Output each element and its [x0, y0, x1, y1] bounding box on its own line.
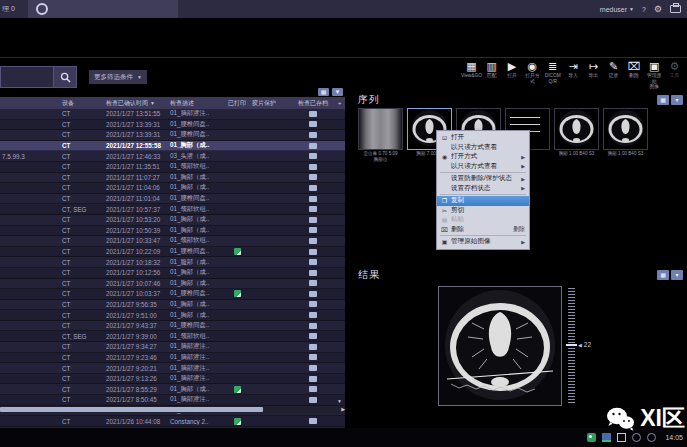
toolbar-button-open-with[interactable]: ◉打开方式 — [523, 60, 542, 90]
col-header-time[interactable]: 检查已确认时间 ▼ — [104, 99, 168, 108]
menu-item[interactable]: ▣管理原始图像▶ — [437, 237, 529, 247]
titlebar-partial-tab[interactable]: 理 0 — [2, 4, 28, 14]
cell-device: CT — [60, 227, 104, 234]
menu-item[interactable]: 以只读方式查看▶ — [437, 162, 529, 172]
table-row[interactable]: CT2021/1/27 13:51:5501_脑部灌注.. — [0, 109, 345, 120]
tray-app-icon[interactable] — [602, 433, 611, 442]
cell-device: CT — [60, 131, 104, 138]
col-header-film[interactable]: 胶片保护 — [250, 99, 290, 108]
toolbar-button-record[interactable]: ✎记录 — [604, 60, 623, 90]
cell-description: 01_腰椎间盘.. — [168, 194, 224, 203]
table-row[interactable]: CT2021/1/27 10:18:3201_腹部（成.. — [0, 257, 345, 268]
table-row[interactable]: CT2021/1/27 10:12:5601_胸部（成.. — [0, 268, 345, 279]
cell-confirm-time: 2021/1/27 8:55:29 — [104, 386, 168, 393]
table-row[interactable]: CT2021/1/27 11:07:2701_胸部（成.. — [0, 173, 345, 184]
tray-window-icon[interactable] — [617, 433, 626, 442]
col-header-printed[interactable]: 已打印 — [224, 99, 250, 108]
table-row[interactable]: CT2021/1/27 12:55:5801_胸部（成.. — [0, 141, 345, 152]
table-row[interactable]: CT2021/1/27 11:35:5101_颈部软组.. — [0, 162, 345, 173]
patient-search-tab[interactable] — [28, 0, 178, 18]
menu-item[interactable]: ◉打开方式▶ — [437, 152, 529, 162]
table-row[interactable]: CT2021/1/27 9:13:2601_脑部灌注.. — [0, 374, 345, 385]
table-row[interactable]: CT2021/1/27 9:56:3501_胸部（成.. — [0, 300, 345, 311]
series-thumbnail-1[interactable]: 定位像 0.70 5:09 胸部位 — [358, 108, 403, 163]
results-grid-button[interactable]: ▦ — [657, 270, 669, 280]
menu-item[interactable]: 设置存档状态▶ — [437, 184, 529, 194]
results-collapse-button[interactable]: ▾ — [671, 270, 683, 280]
table-hscrollbar-thumb[interactable] — [0, 407, 263, 412]
cell-archived — [290, 301, 336, 307]
menu-item[interactable]: ❐复制 — [437, 196, 529, 206]
table-row[interactable]: CT, SEG2021/1/27 10:57:3701_颈部软组.. — [0, 204, 345, 215]
table-row[interactable]: CT2021/1/27 10:53:2001_胸部（成.. — [0, 215, 345, 226]
table-row[interactable]: CT2021/1/27 8:50:4501_脑部灌注.. — [0, 395, 345, 406]
table-row[interactable]: CT2021/1/27 9:51:0001_胸部（成.. — [0, 310, 345, 321]
search-input[interactable] — [0, 66, 54, 88]
table-layout-icon[interactable]: ▦ — [318, 88, 329, 96]
table-row[interactable]: CT2021/1/27 9:23:4601_脑部灌注.. — [0, 353, 345, 364]
col-header-archived[interactable]: 检查已存档 — [290, 99, 336, 108]
series-thumbnail-6[interactable]: 胸部 1.00 B40 S3 — [603, 108, 648, 163]
menu-item[interactable]: 以只读方式查看 — [437, 143, 529, 153]
toolbar-button-manage-raw[interactable]: ▣管理原始 图像 — [645, 60, 664, 90]
series-thumbnail-5[interactable]: 胸部 1.00 B40 S3 — [554, 108, 599, 163]
col-header-device[interactable]: 设备 — [60, 99, 104, 108]
table-row[interactable]: CT2021/1/27 10:07:4601_胸部（成.. — [0, 279, 345, 290]
tray-status-icon-1[interactable] — [632, 433, 641, 442]
more-filters-button[interactable]: 更多筛选条件 ▼ — [89, 70, 147, 84]
toolbar-button-open[interactable]: ▶打开 — [503, 60, 522, 90]
table-row[interactable]: CT2021/1/27 9:34:2701_脑部灌注.. — [0, 342, 345, 353]
table-scroll-down-icon[interactable]: ▼ — [337, 398, 342, 404]
table-row[interactable]: CT2021/1/27 11:01:0401_腰椎间盘.. — [0, 194, 345, 205]
toolbar-label: 导出 — [588, 73, 598, 79]
tray-wechat-icon[interactable] — [587, 433, 596, 442]
series-collapse-button[interactable]: ▾ — [671, 95, 683, 105]
col-header-desc[interactable]: 检查描述 — [168, 99, 224, 108]
table-scroll-right-icon[interactable]: ▶ — [341, 406, 345, 413]
slice-slider-thumb[interactable] — [566, 344, 577, 346]
toolbar-button-delete[interactable]: ⌧删除 — [624, 60, 643, 90]
menu-item[interactable]: ▤粘贴 — [437, 215, 529, 225]
table-row[interactable]: CT2021/1/27 8:55:2901_胸部（成.. — [0, 384, 345, 395]
import-icon: ⇥ — [568, 60, 577, 72]
gear-icon[interactable]: ⚙ — [654, 5, 662, 14]
right-toolbar: ▦View&GO▥匹配▶打开◉打开方式≣DICOM Q/R⇥导入↦导出✎记录⌧删… — [462, 60, 684, 90]
help-button[interactable]: ? — [642, 6, 646, 13]
toolbar-button-dicom-qr[interactable]: ≣DICOM Q/R — [543, 60, 562, 90]
table-row[interactable]: CT2021/1/27 10:50:3901_胸部（成.. — [0, 226, 345, 237]
archived-folder-icon — [309, 312, 317, 318]
table-row[interactable]: CT2021/1/27 9:43:3701_腰椎间盘.. — [0, 321, 345, 332]
add-column-button[interactable]: + — [336, 100, 345, 106]
table-layout-dropdown[interactable]: ▼ — [332, 88, 343, 96]
table-row[interactable]: CT2021/1/27 9:20:2101_脑部灌注.. — [0, 363, 345, 374]
printer-icon[interactable] — [670, 5, 681, 13]
toolbar-button-match[interactable]: ▥匹配 — [482, 60, 501, 90]
menu-item[interactable]: 设置防删除/保护状态▶ — [437, 174, 529, 184]
menu-item[interactable]: ✂剪切 — [437, 206, 529, 216]
toolbar-button-import[interactable]: ⇥导入 — [563, 60, 582, 90]
toolbar-button-tools[interactable]: ⚙工具 — [665, 60, 684, 90]
table-row[interactable]: CT2021/1/27 13:39:3101_腰椎间盘.. — [0, 130, 345, 141]
table-row[interactable]: 7.5.99.3CT2021/1/27 12:46:3303_头灌（成.. — [0, 151, 345, 162]
table-row[interactable]: CT2021/1/26 10:44:08Constancy 2.. — [0, 416, 345, 427]
table-row[interactable]: CT2021/1/27 10:03:3701_腰椎间盘.. — [0, 289, 345, 300]
toolbar-button-viewgo[interactable]: ▦View&GO — [462, 60, 481, 90]
search-button[interactable] — [54, 66, 77, 88]
table-hscrollbar[interactable]: ▶ — [0, 406, 345, 413]
table-row[interactable]: CT2021/1/27 10:33:4701_颈部软组.. — [0, 236, 345, 247]
toolbar-button-export[interactable]: ↦导出 — [584, 60, 603, 90]
series-grid-button[interactable]: ▦ — [657, 95, 669, 105]
user-menu[interactable]: meduser ▼ — [600, 6, 634, 13]
thumbnail-caption: 胸部 1.00 B40 S3 — [608, 151, 644, 157]
table-row[interactable]: CT, SEG2021/1/27 9:39:0001_颈部软组.. — [0, 331, 345, 342]
table-row[interactable]: CT2021/1/27 10:22:0901_腰椎间盘.. — [0, 247, 345, 258]
menu-item[interactable]: ⊡打开 — [437, 133, 529, 143]
archived-folder-icon — [309, 185, 317, 191]
tray-status-icon-2[interactable] — [647, 433, 656, 442]
menu-item[interactable]: ⌧删除删除 — [437, 225, 529, 235]
slice-slider[interactable] — [568, 288, 575, 404]
cell-device: CT — [60, 386, 104, 393]
table-row[interactable]: CT2021/1/27 13:39:3101_腰椎间盘.. — [0, 120, 345, 131]
result-ct-image[interactable] — [438, 286, 562, 406]
table-row[interactable]: CT2021/1/27 11:04:0601_胸部（成.. — [0, 183, 345, 194]
